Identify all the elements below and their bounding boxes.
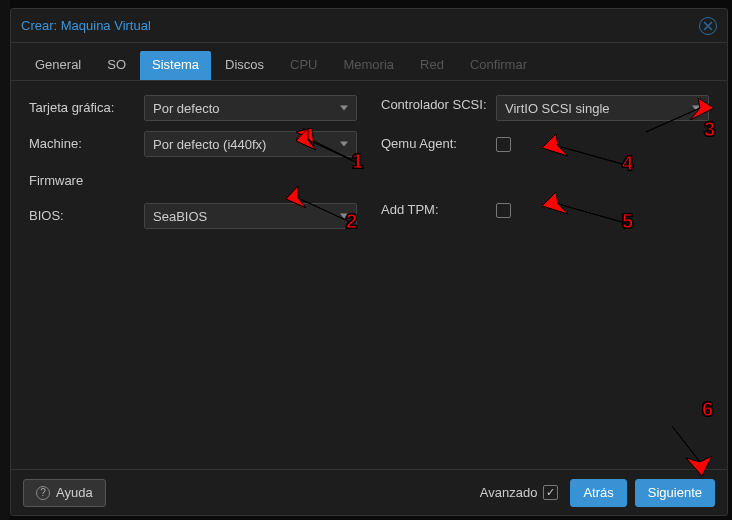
select-graphics[interactable]: Por defecto (144, 95, 357, 121)
select-bios[interactable]: SeaBIOS (144, 203, 357, 229)
label-tpm: Add TPM: (381, 202, 496, 218)
field-qemu: Qemu Agent: (381, 131, 709, 157)
back-button[interactable]: Atrás (570, 479, 626, 507)
left-column: Tarjeta gráfica: Por defecto Machine: Po… (29, 95, 357, 455)
select-machine[interactable]: Por defecto (i440fx) (144, 131, 357, 157)
dialog-header: Crear: Maquina Virtual (11, 9, 727, 43)
form-body: Tarjeta gráfica: Por defecto Machine: Po… (11, 81, 727, 469)
select-bios-value: SeaBIOS (153, 209, 207, 224)
field-scsi: Controlador SCSI: VirtIO SCSI single (381, 95, 709, 121)
select-graphics-value: Por defecto (153, 101, 220, 116)
label-firmware: Firmware (29, 169, 83, 192)
tab-sistema[interactable]: Sistema (140, 51, 211, 80)
tab-so[interactable]: SO (95, 51, 138, 80)
checkbox-advanced[interactable]: ✓ (543, 485, 558, 500)
next-button[interactable]: Siguiente (635, 479, 715, 507)
tab-red: Red (408, 51, 456, 80)
spacer (381, 167, 709, 187)
tab-general[interactable]: General (23, 51, 93, 80)
field-bios: BIOS: SeaBIOS (29, 203, 357, 229)
advanced-toggle[interactable]: Avanzado ✓ (480, 485, 559, 500)
checkbox-qemu-agent[interactable] (496, 137, 511, 152)
help-button[interactable]: ? Ayuda (23, 479, 106, 507)
field-firmware: Firmware (29, 167, 357, 193)
tab-discos[interactable]: Discos (213, 51, 276, 80)
advanced-label: Avanzado (480, 485, 538, 500)
create-vm-dialog: Crear: Maquina Virtual General SO Sistem… (10, 8, 728, 516)
field-graphics: Tarjeta gráfica: Por defecto (29, 95, 357, 121)
label-qemu: Qemu Agent: (381, 136, 496, 152)
close-icon[interactable] (699, 17, 717, 35)
select-scsi[interactable]: VirtIO SCSI single (496, 95, 709, 121)
wizard-tabs: General SO Sistema Discos CPU Memoria Re… (11, 43, 727, 81)
label-scsi: Controlador SCSI: (381, 95, 496, 113)
right-column: Controlador SCSI: VirtIO SCSI single Qem… (381, 95, 709, 455)
select-scsi-value: VirtIO SCSI single (505, 101, 610, 116)
select-machine-value: Por defecto (i440fx) (153, 137, 266, 152)
help-label: Ayuda (56, 485, 93, 500)
help-icon: ? (36, 486, 50, 500)
tab-memoria: Memoria (331, 51, 406, 80)
label-graphics: Tarjeta gráfica: (29, 100, 144, 116)
field-tpm: Add TPM: (381, 197, 709, 223)
tab-cpu: CPU (278, 51, 329, 80)
dialog-title: Crear: Maquina Virtual (21, 18, 151, 33)
tab-confirmar: Confirmar (458, 51, 539, 80)
dialog-footer: ? Ayuda Avanzado ✓ Atrás Siguiente (11, 469, 727, 515)
label-machine: Machine: (29, 136, 144, 152)
label-bios: BIOS: (29, 208, 144, 224)
field-machine: Machine: Por defecto (i440fx) (29, 131, 357, 157)
checkbox-add-tpm[interactable] (496, 203, 511, 218)
background-strip (0, 0, 10, 520)
